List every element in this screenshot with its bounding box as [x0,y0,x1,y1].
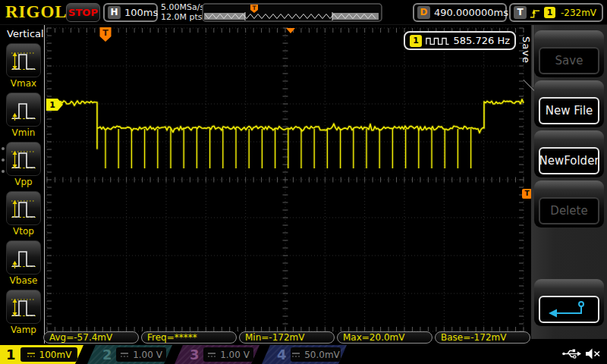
rigol-logo: RIGOL [5,2,68,22]
left-menu-item-vamp[interactable]: Vamp [5,290,42,335]
dc-coupling-icon [120,351,129,359]
channel-scale: 50.0mV [304,350,340,360]
display-center-marker [286,28,295,33]
channel-scale: 100mV [39,350,72,360]
trigger-level-value: -232mV [558,8,599,18]
channel-1-tab[interactable]: 1100mV [0,345,85,364]
rising-edge-icon [530,6,541,20]
dc-coupling-icon [291,351,300,359]
menu-tab-label: Save [521,36,532,64]
channel-scale: 1.00 V [220,350,250,360]
channel-2-tab[interactable]: 21.00 V [87,345,172,364]
channel-status-bar: 1100mV21.00 V31.00 V450.0mV [0,345,607,364]
vtop-icon [10,197,37,220]
scroll-dot [2,158,5,162]
left-menu-item-vpp[interactable]: Vpp [5,142,42,187]
vmin-icon [10,99,37,121]
measurement-badge: Base=-172mV [435,331,530,344]
left-menu-label: Vmax [5,78,42,89]
counter-channel-badge: 1 [410,35,422,47]
sidebar-separator [44,25,45,344]
vamp-icon [10,296,37,318]
d-key-icon: D [417,6,430,19]
trigger-source-badge: 1 [544,7,555,18]
measurement-badge: Avg=-57.4mV [43,331,139,344]
menu-tab-edge [533,25,533,87]
channel-number: 1 [6,345,16,364]
frequency-counter: 1 585.726 Hz [404,31,516,50]
t-key-icon: T [514,6,527,19]
memory-waveform-bar[interactable]: T [202,3,382,22]
measurement-badge: Freq=***** [141,331,237,344]
newfolder-button[interactable]: NewFolder [534,130,604,177]
svg-text:T: T [252,5,256,11]
trigger-status-badge[interactable]: T 1 -232mV [509,3,603,22]
softkey-label: Delete [539,197,599,224]
acquisition-info: 5.00MSa/s 12.0M pts [161,3,204,22]
dc-coupling-icon [27,351,36,359]
svg-text:T: T [102,28,109,38]
channel-3-tab[interactable]: 31.00 V [175,345,259,364]
square-wave-icon [426,36,450,46]
trigger-delay-badge[interactable]: D 490.000000ms [413,3,507,22]
top-status-bar: RIGOL STOP H 100ms 5.00MSa/s 12.0M pts T… [0,0,607,25]
left-menu-item-vtop[interactable]: Vtop [5,191,42,237]
left-menu-label: Vtop [5,226,42,237]
new-file-button[interactable]: New File [534,80,604,127]
return-button[interactable] [534,279,604,326]
horizontal-timebase-badge[interactable]: H 100ms [103,3,158,22]
softkey-label: New File [539,97,599,124]
left-menu-item-vbase[interactable]: Vbase [5,240,42,286]
memory-depth: 12.0M pts [161,13,204,23]
speaker-muted-icon [584,347,601,360]
sample-rate: 5.00MSa/s [161,3,204,13]
left-menu-label: Vmin [5,127,42,138]
return-arrow-icon [545,300,593,319]
channel-number: 4 [277,345,287,364]
vbase-icon [10,246,37,269]
left-menu-title: Vertical [7,28,44,39]
left-menu-item-vmax[interactable]: Vmax [5,43,42,89]
vmax-icon [10,49,37,72]
left-menu-label: Vpp [5,177,42,187]
usb-icon [561,347,581,360]
run-stop-indicator[interactable]: STOP [66,3,100,22]
svg-text:1: 1 [49,100,55,110]
measurement-badge: Max=20.0mV [337,331,432,344]
counter-frequency-value: 585.726 Hz [454,35,511,46]
vpp-icon [10,148,37,171]
channel-4-tab[interactable]: 450.0mV [262,345,347,364]
softkey-label: Save [539,47,599,74]
channel-scale: 1.00 V [133,350,162,360]
softkey-label: NewFolder [539,147,599,174]
left-menu-label: Vamp [5,325,42,335]
channel-number: 3 [190,345,200,364]
timebase-value: 100ms [124,7,158,18]
delete-button[interactable]: Delete [534,180,604,228]
channel-number: 2 [102,345,112,364]
h-key-icon: H [108,6,121,19]
delay-value: 490.000000ms [434,7,508,18]
waveform-display: T1 [46,27,527,334]
dc-coupling-icon [207,351,216,359]
left-menu-label: Vbase [5,275,42,286]
scroll-dot [2,170,5,173]
left-menu-item-vmin[interactable]: Vmin [5,93,42,138]
scroll-dot [2,147,5,150]
oscilloscope-screen: RIGOL STOP H 100ms 5.00MSa/s 12.0M pts T… [0,0,607,364]
measurement-badge: Min=-172mV [239,331,335,344]
save-button[interactable]: Save [534,30,604,77]
